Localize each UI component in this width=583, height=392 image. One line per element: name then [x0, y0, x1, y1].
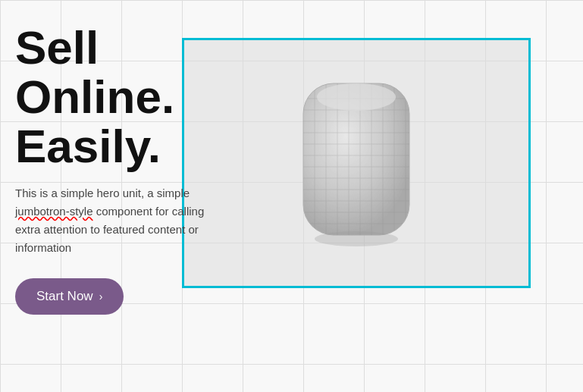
- highlight-word: jumbotron-style: [15, 205, 93, 218]
- content-wrapper: Sell Online. Easily. This is a simple he…: [0, 0, 583, 392]
- hero-title-line1: Sell Online.: [15, 21, 174, 123]
- hero-description: This is a simple hero unit, a simple jum…: [15, 184, 205, 257]
- left-column: Sell Online. Easily. This is a simple he…: [15, 23, 212, 315]
- start-now-button[interactable]: Start Now ›: [15, 278, 124, 315]
- chevron-right-icon: ›: [99, 290, 103, 303]
- start-now-label: Start Now: [36, 289, 93, 304]
- hero-title-line2: Easily.: [15, 120, 161, 172]
- hero-title: Sell Online. Easily.: [15, 23, 205, 171]
